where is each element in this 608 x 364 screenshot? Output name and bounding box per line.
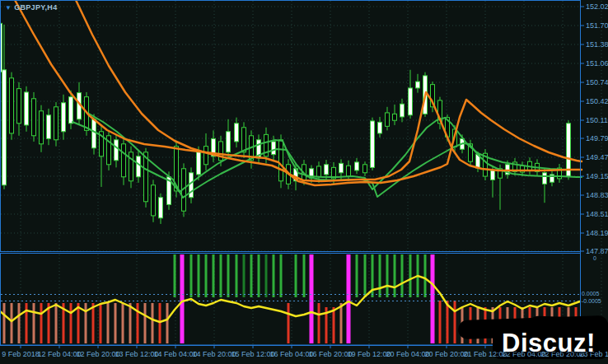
- time-label: 20 Feb 04:00: [386, 350, 429, 358]
- price-label: 149.790: [586, 134, 608, 142]
- price-label: 150.110: [586, 116, 608, 124]
- indicator-level-label-upper: 0.0005: [582, 291, 599, 296]
- price-label: 152.025: [586, 2, 608, 11]
- chart-window: ▼GBPJPY,H4 152.025151.705151.385151.0651…: [0, 0, 608, 364]
- time-label: 21 Feb 12:00: [463, 350, 507, 358]
- price-label: 149.470: [586, 153, 608, 161]
- symbol-dropdown[interactable]: ▼GBPJPY,H4: [5, 3, 57, 12]
- time-label: 14 Feb 04:00: [153, 350, 197, 358]
- time-label: 13 Feb 12:00: [115, 350, 158, 358]
- time-label: 12 Feb 20:00: [76, 350, 119, 358]
- time-label: 19 Feb 12:00: [347, 350, 391, 358]
- time-label: 9 Feb 2018: [2, 350, 40, 358]
- time-label: 16 Feb 04:00: [269, 350, 313, 358]
- chart-canvas: [0, 0, 608, 364]
- time-label: 15 Feb 12:00: [231, 350, 274, 358]
- time-label: 14 Feb 20:00: [192, 350, 236, 358]
- price-label: 151.385: [586, 40, 608, 49]
- time-label: 12 Feb 04:00: [37, 350, 81, 358]
- symbol-label: GBPJPY,H4: [14, 3, 57, 12]
- price-label: 149.150: [586, 172, 608, 180]
- price-label: 150.745: [586, 78, 608, 86]
- time-label: 16 Feb 20:00: [308, 350, 352, 358]
- price-label: 151.065: [586, 59, 608, 68]
- price-label: 148.830: [586, 191, 608, 199]
- price-label: 150.425: [586, 97, 608, 105]
- time-label: 20 Feb 20:00: [424, 350, 468, 358]
- price-label: 148.190: [586, 229, 608, 237]
- indicator-level-label-lower: -0.0005: [582, 298, 601, 304]
- price-label: 148.510: [586, 210, 608, 218]
- watermark-text: Discuz!: [502, 329, 596, 358]
- chevron-down-icon: ▼: [5, 4, 12, 12]
- indicator-zero-label: 0: [593, 255, 596, 261]
- price-label: 151.705: [586, 21, 608, 30]
